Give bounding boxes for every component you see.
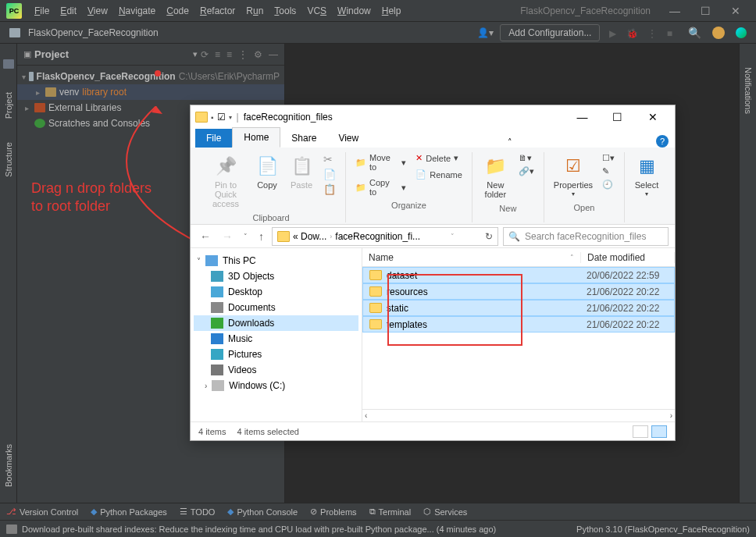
new-folder-button[interactable]: New folder xyxy=(479,152,512,201)
tab-file[interactable]: File xyxy=(195,129,232,148)
paste-button[interactable]: Paste xyxy=(286,152,317,191)
navpane-desktop[interactable]: Desktop xyxy=(194,284,358,300)
nav-back-icon[interactable]: ← xyxy=(197,230,214,243)
qat-props-icon[interactable]: ☑ xyxy=(217,112,226,123)
search-icon[interactable]: 🔍 xyxy=(688,27,701,39)
address-bar[interactable]: « Dow... › faceRecognition_fi... ˅ ↻ xyxy=(272,227,498,246)
status-toggle-icon[interactable] xyxy=(6,525,17,534)
nav-forward-icon[interactable]: → xyxy=(219,230,236,243)
window-maximize-icon[interactable]: ☐ xyxy=(691,2,720,20)
status-message[interactable]: Download pre-built shared indexes: Reduc… xyxy=(22,525,496,534)
account-avatar-icon[interactable] xyxy=(712,27,725,39)
tool-python-console[interactable]: ◆Python Console xyxy=(227,507,298,517)
breadcrumb-text[interactable]: FlaskOpencv_FaceRecognition xyxy=(28,27,159,38)
window-close-icon[interactable]: ✕ xyxy=(722,2,750,20)
easy-access-icon[interactable]: 🔗▾ xyxy=(515,165,537,177)
code-with-me-icon[interactable] xyxy=(736,27,747,38)
project-expand-icon[interactable]: ▣ xyxy=(23,49,31,59)
explorer-minimize-icon[interactable]: — xyxy=(565,108,600,126)
tree-opt2-icon[interactable]: ≡ xyxy=(226,49,232,60)
file-row[interactable]: templates 21/06/2022 20:22 xyxy=(362,316,675,333)
tool-services[interactable]: ⬡Services xyxy=(423,507,467,517)
navpane-3d-objects[interactable]: 3D Objects xyxy=(194,268,358,284)
tab-share[interactable]: Share xyxy=(280,129,327,148)
tree-venv[interactable]: ▸ venvlibrary root xyxy=(17,84,284,100)
tree-sync-icon[interactable]: ⟳ xyxy=(201,49,209,60)
crumb-root[interactable]: « Dow... xyxy=(293,231,326,242)
select-button[interactable]: Select▾ xyxy=(631,152,662,200)
status-interpreter[interactable]: Python 3.10 (FlaskOpencv_FaceRecognition… xyxy=(576,525,750,534)
help-icon[interactable]: ? xyxy=(656,135,669,148)
hscroll-right-icon[interactable]: › xyxy=(670,411,672,420)
navpane-this-pc[interactable]: ˅This PC xyxy=(194,253,358,268)
qat-down-icon[interactable]: ▪ xyxy=(211,113,214,122)
debug-icon[interactable]: 🐞 xyxy=(626,28,638,39)
pin-quick-access-button[interactable]: Pin to Quick access xyxy=(203,152,248,210)
explorer-maximize-icon[interactable]: ☐ xyxy=(600,108,635,126)
file-row[interactable]: dataset 20/06/2022 22:59 xyxy=(362,267,675,283)
hscroll-left-icon[interactable]: ‹ xyxy=(365,411,367,420)
crumb-current[interactable]: faceRecognition_fi... xyxy=(335,231,420,242)
nav-up-icon[interactable]: ↑ xyxy=(255,230,267,243)
run-icon[interactable]: ▶ xyxy=(609,28,616,39)
move-to-button[interactable]: 📁 Move to ▾ xyxy=(352,152,409,172)
menu-view[interactable]: View xyxy=(83,4,112,18)
nav-history-icon[interactable]: ˅ xyxy=(241,233,251,240)
menu-help[interactable]: Help xyxy=(377,4,406,18)
file-row[interactable]: static 21/06/2022 20:22 xyxy=(362,300,675,316)
tool-todo[interactable]: ☰TODO xyxy=(180,507,216,517)
menu-edit[interactable]: Edit xyxy=(55,4,81,18)
copy-button[interactable]: Copy xyxy=(251,152,283,191)
file-row[interactable]: resources 21/06/2022 20:22 xyxy=(362,283,675,300)
navpane-pictures[interactable]: Pictures xyxy=(194,347,358,362)
more-run-icon[interactable]: ⋮ xyxy=(647,28,657,39)
paste-shortcut-icon[interactable] xyxy=(320,183,339,196)
menu-file[interactable]: File xyxy=(30,4,54,18)
navpane-music[interactable]: Music xyxy=(194,331,358,347)
gutter-project[interactable]: Project xyxy=(4,92,13,119)
tree-hide-icon[interactable]: — xyxy=(269,49,278,60)
tool-problems[interactable]: ⊘Problems xyxy=(310,507,356,517)
menu-refactor[interactable]: Refactor xyxy=(195,4,240,18)
search-input[interactable]: 🔍 Search faceRecognition_files xyxy=(503,227,669,246)
menu-vcs[interactable]: VCS xyxy=(302,4,331,18)
qat-dropdown-icon[interactable]: ▾ xyxy=(229,114,232,121)
rename-button[interactable]: 📄 Rename xyxy=(412,169,465,180)
menu-code[interactable]: Code xyxy=(162,4,194,18)
new-item-icon[interactable]: 🗎▾ xyxy=(515,152,537,164)
view-details-icon[interactable] xyxy=(633,425,648,438)
add-configuration-button[interactable]: Add Configuration... xyxy=(500,24,600,41)
project-gutter-icon[interactable] xyxy=(3,59,14,69)
explorer-close-icon[interactable]: ✕ xyxy=(635,108,670,126)
ribbon-collapse-icon[interactable]: ˄ xyxy=(508,137,512,148)
tab-view[interactable]: View xyxy=(327,129,369,148)
navpane-drive-c[interactable]: ›Windows (C:) xyxy=(194,378,358,393)
navpane-downloads[interactable]: Downloads xyxy=(194,315,358,331)
cut-icon[interactable] xyxy=(320,152,339,166)
project-dropdown-icon[interactable]: ▾ xyxy=(193,49,198,59)
refresh-icon[interactable]: ↻ xyxy=(485,231,493,242)
tool-python-packages[interactable]: ◆Python Packages xyxy=(91,507,167,517)
tree-opt1-icon[interactable]: ≡ xyxy=(215,49,220,60)
open-icon[interactable]: ☐▾ xyxy=(599,152,618,164)
tool-terminal[interactable]: ⧉Terminal xyxy=(369,507,412,517)
gutter-bookmarks[interactable]: Bookmarks xyxy=(4,444,13,487)
history-icon[interactable]: 🕘 xyxy=(599,179,618,190)
navpane-documents[interactable]: Documents xyxy=(194,300,358,315)
delete-button[interactable]: ✕ Delete ▾ xyxy=(412,152,465,164)
copy-to-button[interactable]: 📁 Copy to ▾ xyxy=(352,177,409,197)
copy-path-icon[interactable] xyxy=(320,168,339,181)
column-name-header[interactable]: Name˄ xyxy=(362,252,581,263)
window-minimize-icon[interactable]: — xyxy=(660,2,690,20)
view-large-icons-icon[interactable] xyxy=(651,425,667,438)
menu-tools[interactable]: Tools xyxy=(269,4,301,18)
menu-navigate[interactable]: Navigate xyxy=(114,4,160,18)
edit-icon[interactable]: ✎ xyxy=(599,165,618,177)
tool-version-control[interactable]: ⎇Version Control xyxy=(6,507,78,517)
menu-run[interactable]: Run xyxy=(241,4,268,18)
tree-root[interactable]: ▾ FlaskOpencv_FaceRecognitionC:\Users\Er… xyxy=(17,69,284,84)
stop-icon[interactable]: ■ xyxy=(667,28,672,39)
navpane-videos[interactable]: Videos xyxy=(194,362,358,378)
column-date-header[interactable]: Date modified xyxy=(581,252,675,263)
properties-button[interactable]: Properties▾ xyxy=(551,152,596,200)
